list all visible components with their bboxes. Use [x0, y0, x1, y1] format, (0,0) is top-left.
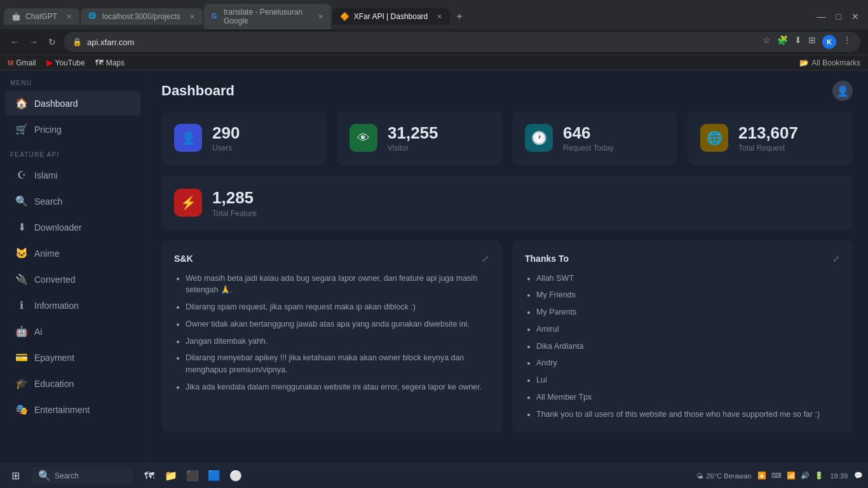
tab-bar: 🤖 ChatGPT ✕ 🌐 localhost:3000/projects ✕ …	[0, 0, 868, 29]
bookmark-gmail[interactable]: M Gmail	[8, 58, 36, 67]
taskbar-keyboard-icon[interactable]: ⌨	[771, 471, 782, 480]
tab-google-label: translate - Penelusuran Google	[224, 8, 309, 25]
epayment-icon: 💳	[15, 351, 28, 363]
address-bar-icons: ☆ 🧩 ⬇ ⊞ K ⋮	[763, 35, 851, 49]
taskbar-app-maps[interactable]: 🗺	[140, 466, 159, 485]
sidebar-item-converted[interactable]: 🔌 Converted	[5, 267, 140, 292]
tab-localhost-close[interactable]: ✕	[189, 13, 195, 21]
maximize-button[interactable]: □	[836, 11, 841, 22]
taskbar-right: 🌤 26°C Berawan 🔼 ⌨ 📶 🔊 🔋 19:39 💬	[696, 471, 863, 480]
youtube-icon: ▶	[46, 58, 53, 67]
downloader-icon: ⬇	[15, 221, 28, 233]
sidebar-item-epayment[interactable]: 💳 Epayment	[5, 345, 140, 370]
address-bar: ← → ↻ 🔒 api.xfarr.com ☆ 🧩 ⬇ ⊞ K ⋮	[0, 29, 868, 55]
stat-total-request-label: Total Request	[738, 144, 798, 152]
sk-list-item-3: Jangan ditembak yahh.	[186, 336, 489, 348]
sidebar-item-anime[interactable]: 🐱 Anime	[5, 241, 140, 266]
main-content: Dashboard 👤 👤 290 Users 👁 31,255 Visitor	[146, 71, 868, 463]
thanks-card-list: Allah SWT My Friends My Parents Amirul D…	[525, 273, 840, 421]
taskbar-search-box[interactable]: 🔍 Search	[32, 467, 133, 484]
users-icon: 👤	[174, 124, 202, 152]
close-button[interactable]: ✕	[851, 11, 859, 22]
extension-icon[interactable]: 🧩	[777, 35, 788, 49]
header-avatar[interactable]: 👤	[832, 81, 853, 101]
sidebar-item-education[interactable]: 🎓 Education	[5, 371, 140, 396]
taskbar-app-chrome[interactable]: ⚪	[226, 466, 245, 485]
thanks-list-item-7: All Member Tpx	[536, 391, 840, 403]
back-button[interactable]: ←	[8, 34, 22, 50]
taskbar-battery-icon[interactable]: 🔋	[815, 471, 824, 480]
url-bar[interactable]: 🔒 api.xfarr.com ☆ 🧩 ⬇ ⊞ K ⋮	[64, 32, 860, 52]
notification-icon[interactable]: 💬	[854, 471, 863, 480]
stat-request-today-info: 646 Request Today	[563, 124, 614, 152]
weather-icon: 🌤	[696, 472, 703, 480]
bookmark-maps-label: Maps	[106, 58, 125, 67]
window-controls: — □ ✕	[817, 11, 864, 22]
entertainment-icon: 🎭	[15, 403, 28, 416]
all-bookmarks-button[interactable]: 📂 All Bookmarks	[799, 58, 860, 67]
thanks-card: Thanks To ⤢ Allah SWT My Friends My Pare…	[512, 241, 853, 433]
information-icon: ℹ	[15, 299, 28, 311]
thanks-list-item-6: Lui	[536, 374, 840, 386]
forward-button[interactable]: →	[27, 34, 41, 50]
sidebar-item-search[interactable]: 🔍 Search	[5, 189, 140, 214]
start-button[interactable]: ⊞	[5, 466, 25, 486]
tab-xfar-close[interactable]: ✕	[437, 13, 442, 21]
sk-card-expand[interactable]: ⤢	[482, 254, 489, 264]
sk-card-header: S&K ⤢	[174, 254, 489, 264]
tab-chatgpt-close[interactable]: ✕	[66, 13, 72, 21]
bookmark-youtube[interactable]: ▶ YouTube	[46, 58, 85, 67]
taskbar-app-terminal[interactable]: ⬛	[183, 466, 202, 485]
sidebar-epayment-label: Epayment	[34, 353, 74, 363]
sidebar-item-ai[interactable]: 🤖 Ai	[5, 319, 140, 344]
tab-chatgpt[interactable]: 🤖 ChatGPT ✕	[4, 8, 79, 25]
sidebar-downloader-label: Downloader	[34, 222, 82, 233]
minimize-button[interactable]: —	[817, 11, 826, 22]
taskbar-app-vscode[interactable]: 🟦	[205, 466, 224, 485]
thanks-card-expand[interactable]: ⤢	[832, 254, 840, 264]
sk-list-item-4: Dilarang menyebar apikey !!! jika ketahu…	[186, 352, 489, 376]
feature-icon: ⚡	[174, 189, 202, 217]
search-icon: 🔍	[15, 195, 28, 207]
profile-avatar[interactable]: K	[822, 35, 836, 49]
sidebar-item-pricing[interactable]: 🛒 Pricing	[5, 117, 140, 142]
profile-switch-icon[interactable]: ⊞	[808, 35, 816, 49]
sidebar-information-label: Information	[34, 301, 79, 311]
taskbar-app-files[interactable]: 📁	[161, 466, 180, 485]
tab-localhost[interactable]: 🌐 localhost:3000/projects ✕	[81, 8, 203, 25]
taskbar-volume-icon[interactable]: 🔊	[801, 471, 810, 480]
stat-visitor-info: 31,255 Visitor	[388, 124, 438, 152]
sidebar-item-entertainment[interactable]: 🎭 Entertainment	[5, 397, 140, 422]
tab-google[interactable]: G translate - Penelusuran Google ✕	[204, 4, 331, 29]
taskbar-network-icon[interactable]: 📶	[787, 471, 796, 480]
sidebar-item-information[interactable]: ℹ Information	[5, 293, 140, 318]
reload-button[interactable]: ↻	[46, 34, 58, 50]
stat-total-request-number: 213,607	[738, 124, 798, 142]
stat-card-total-request: 🌐 213,607 Total Request	[688, 111, 853, 165]
bookmark-star-icon[interactable]: ☆	[763, 35, 771, 49]
stat-card-users: 👤 290 Users	[161, 111, 327, 165]
anime-icon: 🐱	[15, 247, 28, 259]
cards-row: S&K ⤢ Web masih beta jadi kalau ada bug …	[146, 241, 868, 444]
taskbar-search-text: Search	[55, 471, 79, 480]
taskbar-apps: 🗺 📁 ⬛ 🟦 ⚪	[140, 466, 245, 485]
download-icon[interactable]: ⬇	[794, 35, 802, 49]
taskbar-up-icon[interactable]: 🔼	[757, 471, 766, 480]
tab-xfar-favicon: 🔶	[340, 12, 349, 21]
taskbar-time: 19:39	[830, 472, 848, 480]
menu-icon[interactable]: ⋮	[843, 35, 851, 49]
thanks-list-item-5: Andry	[536, 357, 840, 369]
tab-google-close[interactable]: ✕	[318, 13, 323, 21]
sidebar: MENU 🏠 Dashboard 🛒 Pricing FEATURE API ☪…	[0, 71, 146, 463]
new-tab-button[interactable]: +	[451, 8, 467, 25]
tab-xfar[interactable]: 🔶 XFar API | Dashboard ✕	[332, 8, 451, 25]
sidebar-item-islami[interactable]: ☪ Islami	[5, 163, 140, 187]
sidebar-item-dashboard[interactable]: 🏠 Dashboard	[5, 91, 140, 116]
sk-card-list: Web masih beta jadi kalau ada bug segara…	[174, 273, 489, 393]
bookmarks-bar: M Gmail ▶ YouTube 🗺 Maps 📂 All Bookmarks	[0, 55, 868, 71]
sidebar-item-downloader[interactable]: ⬇ Downloader	[5, 215, 140, 240]
bookmark-maps[interactable]: 🗺 Maps	[95, 58, 125, 67]
main-header: Dashboard 👤	[146, 71, 868, 111]
thanks-card-title: Thanks To	[525, 254, 569, 264]
browser-chrome: 🤖 ChatGPT ✕ 🌐 localhost:3000/projects ✕ …	[0, 0, 868, 71]
